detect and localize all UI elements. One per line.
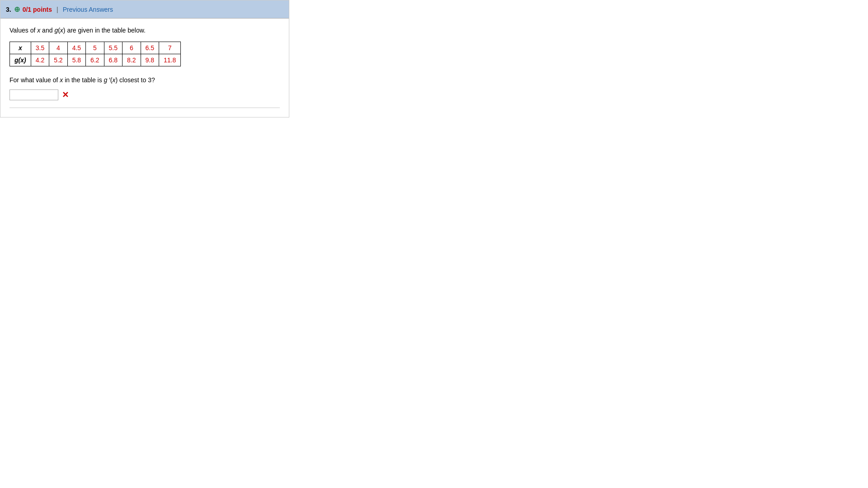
wrong-mark-icon: ✕	[62, 90, 69, 100]
gx-val-5: 6.8	[104, 54, 122, 66]
question-description: Values of x and g(x) are given in the ta…	[9, 26, 280, 35]
x-val-5: 5.5	[104, 42, 122, 54]
x-val-4: 5	[86, 42, 104, 54]
x-val-3: 4.5	[67, 42, 85, 54]
previous-answers-link[interactable]: Previous Answers	[63, 6, 113, 13]
x-variable-desc2: x	[60, 27, 63, 34]
x-variable-desc: x	[37, 27, 40, 34]
gx-val-4: 6.2	[86, 54, 104, 66]
question-body: Values of x and g(x) are given in the ta…	[0, 19, 289, 117]
gx-variable-desc: g	[54, 27, 58, 34]
answer-row: ✕	[9, 89, 280, 100]
table-row-gx: g(x) 4.2 5.2 5.8 6.2 6.8 8.2 9.8 11.8	[10, 54, 181, 66]
separator: |	[57, 6, 58, 13]
question-block: 3. ⊕ 0/1 points | Previous Answers Value…	[0, 0, 289, 117]
gx-row-header: g(x)	[10, 54, 31, 66]
section-divider	[9, 108, 280, 108]
gx-val-6: 8.2	[123, 54, 141, 66]
data-table: x 3.5 4 4.5 5 5.5 6 6.5 7 g(x) 4.2 5.2 5…	[9, 42, 181, 66]
gx-val-7: 9.8	[141, 54, 159, 66]
x-row-header: x	[10, 42, 31, 54]
answer-input[interactable]	[9, 89, 58, 100]
gx-val-2: 5.2	[49, 54, 67, 66]
gx-val-1: 4.2	[31, 54, 49, 66]
table-row-x: x 3.5 4 4.5 5 5.5 6 6.5 7	[10, 42, 181, 54]
points-label: 0/1 points	[23, 6, 52, 13]
points-icon: ⊕	[14, 5, 20, 14]
x-val-6: 6	[123, 42, 141, 54]
x-val-2: 4	[49, 42, 67, 54]
x-val-7: 6.5	[141, 42, 159, 54]
gx-val-3: 5.8	[67, 54, 85, 66]
question-prompt: For what value of x in the table is g ′(…	[9, 75, 280, 85]
question-number: 3.	[6, 6, 11, 13]
x-variable-prompt: x	[60, 76, 63, 84]
x-variable-prompt2: x	[113, 76, 116, 84]
gx-val-8: 11.8	[159, 54, 180, 66]
g-prime-prompt: g	[104, 76, 108, 84]
x-val-1: 3.5	[31, 42, 49, 54]
x-val-8: 7	[159, 42, 180, 54]
question-header: 3. ⊕ 0/1 points | Previous Answers	[0, 0, 289, 19]
